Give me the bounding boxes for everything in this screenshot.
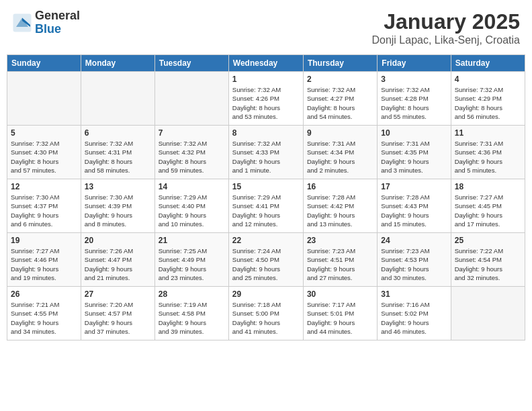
logo-general: General [35, 9, 80, 23]
calendar-day-cell: 26Sunrise: 7:21 AM Sunset: 4:55 PM Dayli… [7, 287, 81, 340]
day-number: 17 [381, 182, 447, 191]
day-info: Sunrise: 7:32 AM Sunset: 4:32 PM Dayligh… [159, 139, 225, 175]
calendar-day-cell: 30Sunrise: 7:17 AM Sunset: 5:01 PM Dayli… [303, 287, 377, 340]
calendar-day-cell [81, 72, 154, 126]
calendar-day-cell: 4Sunrise: 7:32 AM Sunset: 4:29 PM Daylig… [451, 72, 525, 126]
day-info: Sunrise: 7:23 AM Sunset: 4:51 PM Dayligh… [307, 246, 373, 282]
page-header: General Blue January 2025 Donji Lapac, L… [7, 7, 525, 49]
day-info: Sunrise: 7:31 AM Sunset: 4:35 PM Dayligh… [381, 139, 447, 175]
logo-icon [12, 13, 32, 33]
day-number: 20 [85, 236, 151, 245]
day-number: 13 [85, 182, 151, 191]
calendar-day-cell: 21Sunrise: 7:25 AM Sunset: 4:49 PM Dayli… [154, 233, 228, 287]
day-number: 15 [232, 182, 300, 191]
weekday-header-thursday: Thursday [303, 55, 377, 72]
calendar-day-cell: 19Sunrise: 7:27 AM Sunset: 4:46 PM Dayli… [7, 233, 81, 287]
day-number: 24 [381, 236, 447, 245]
day-number: 5 [11, 128, 77, 138]
day-info: Sunrise: 7:32 AM Sunset: 4:27 PM Dayligh… [307, 85, 373, 121]
day-info: Sunrise: 7:25 AM Sunset: 4:49 PM Dayligh… [159, 246, 225, 282]
calendar-day-cell: 20Sunrise: 7:26 AM Sunset: 4:47 PM Dayli… [81, 233, 154, 287]
calendar-day-cell: 11Sunrise: 7:31 AM Sunset: 4:36 PM Dayli… [451, 126, 525, 179]
month-title: January 2025 [371, 9, 520, 34]
day-info: Sunrise: 7:29 AM Sunset: 4:40 PM Dayligh… [159, 193, 225, 228]
day-info: Sunrise: 7:30 AM Sunset: 4:39 PM Dayligh… [85, 193, 151, 228]
calendar-day-cell [7, 72, 81, 126]
weekday-header-tuesday: Tuesday [154, 55, 228, 72]
day-info: Sunrise: 7:24 AM Sunset: 4:50 PM Dayligh… [232, 246, 300, 282]
day-number: 6 [85, 128, 151, 138]
day-number: 9 [307, 128, 373, 138]
day-number: 29 [232, 289, 300, 299]
calendar-day-cell: 10Sunrise: 7:31 AM Sunset: 4:35 PM Dayli… [378, 126, 451, 179]
calendar-day-cell: 27Sunrise: 7:20 AM Sunset: 4:57 PM Dayli… [81, 287, 154, 340]
calendar-week-row: 19Sunrise: 7:27 AM Sunset: 4:46 PM Dayli… [7, 233, 525, 287]
calendar-day-cell: 15Sunrise: 7:29 AM Sunset: 4:41 PM Dayli… [228, 179, 303, 233]
day-info: Sunrise: 7:27 AM Sunset: 4:46 PM Dayligh… [11, 246, 77, 282]
day-info: Sunrise: 7:19 AM Sunset: 4:58 PM Dayligh… [159, 300, 225, 336]
day-number: 12 [11, 182, 77, 191]
calendar-day-cell: 14Sunrise: 7:29 AM Sunset: 4:40 PM Dayli… [154, 179, 228, 233]
day-number: 10 [381, 128, 447, 138]
weekday-header-saturday: Saturday [451, 55, 525, 72]
day-info: Sunrise: 7:32 AM Sunset: 4:28 PM Dayligh… [381, 85, 447, 121]
day-number: 28 [159, 289, 225, 299]
day-info: Sunrise: 7:23 AM Sunset: 4:53 PM Dayligh… [381, 246, 447, 282]
weekday-header-friday: Friday [378, 55, 451, 72]
day-number: 25 [455, 236, 521, 245]
day-info: Sunrise: 7:32 AM Sunset: 4:30 PM Dayligh… [11, 139, 77, 175]
calendar-day-cell: 13Sunrise: 7:30 AM Sunset: 4:39 PM Dayli… [81, 179, 154, 233]
day-number: 8 [232, 128, 300, 138]
calendar-day-cell: 16Sunrise: 7:28 AM Sunset: 4:42 PM Dayli… [303, 179, 377, 233]
day-info: Sunrise: 7:32 AM Sunset: 4:31 PM Dayligh… [85, 139, 151, 175]
calendar-day-cell: 6Sunrise: 7:32 AM Sunset: 4:31 PM Daylig… [81, 126, 154, 179]
weekday-header-wednesday: Wednesday [228, 55, 303, 72]
calendar-day-cell: 7Sunrise: 7:32 AM Sunset: 4:32 PM Daylig… [154, 126, 228, 179]
calendar-day-cell: 23Sunrise: 7:23 AM Sunset: 4:51 PM Dayli… [303, 233, 377, 287]
logo-blue: Blue [35, 23, 80, 36]
day-number: 2 [307, 75, 373, 84]
day-number: 22 [232, 236, 300, 245]
calendar-day-cell: 3Sunrise: 7:32 AM Sunset: 4:28 PM Daylig… [378, 72, 451, 126]
weekday-header-monday: Monday [81, 55, 154, 72]
calendar-day-cell: 17Sunrise: 7:28 AM Sunset: 4:43 PM Dayli… [378, 179, 451, 233]
location: Donji Lapac, Lika-Senj, Croatia [371, 34, 520, 46]
day-info: Sunrise: 7:31 AM Sunset: 4:34 PM Dayligh… [307, 139, 373, 175]
day-info: Sunrise: 7:16 AM Sunset: 5:02 PM Dayligh… [381, 300, 447, 336]
day-number: 18 [455, 182, 521, 191]
day-number: 26 [11, 289, 77, 299]
day-info: Sunrise: 7:29 AM Sunset: 4:41 PM Dayligh… [232, 193, 300, 228]
calendar-day-cell: 2Sunrise: 7:32 AM Sunset: 4:27 PM Daylig… [303, 72, 377, 126]
day-number: 21 [159, 236, 225, 245]
calendar-table: SundayMondayTuesdayWednesdayThursdayFrid… [7, 54, 525, 340]
day-info: Sunrise: 7:20 AM Sunset: 4:57 PM Dayligh… [85, 300, 151, 336]
weekday-header-row: SundayMondayTuesdayWednesdayThursdayFrid… [7, 55, 525, 72]
day-number: 31 [381, 289, 447, 299]
title-block: January 2025 Donji Lapac, Lika-Senj, Cro… [371, 9, 520, 46]
day-number: 27 [85, 289, 151, 299]
calendar-day-cell: 5Sunrise: 7:32 AM Sunset: 4:30 PM Daylig… [7, 126, 81, 179]
weekday-header-sunday: Sunday [7, 55, 81, 72]
calendar-day-cell: 9Sunrise: 7:31 AM Sunset: 4:34 PM Daylig… [303, 126, 377, 179]
logo: General Blue [12, 9, 80, 36]
day-number: 4 [455, 75, 521, 84]
calendar-day-cell: 24Sunrise: 7:23 AM Sunset: 4:53 PM Dayli… [378, 233, 451, 287]
calendar-week-row: 26Sunrise: 7:21 AM Sunset: 4:55 PM Dayli… [7, 287, 525, 340]
calendar-week-row: 12Sunrise: 7:30 AM Sunset: 4:37 PM Dayli… [7, 179, 525, 233]
day-number: 7 [159, 128, 225, 138]
calendar-day-cell: 28Sunrise: 7:19 AM Sunset: 4:58 PM Dayli… [154, 287, 228, 340]
calendar-day-cell [154, 72, 228, 126]
calendar-day-cell: 31Sunrise: 7:16 AM Sunset: 5:02 PM Dayli… [378, 287, 451, 340]
day-info: Sunrise: 7:28 AM Sunset: 4:43 PM Dayligh… [381, 193, 447, 228]
logo-text: General Blue [35, 9, 80, 36]
calendar-day-cell: 1Sunrise: 7:32 AM Sunset: 4:26 PM Daylig… [228, 72, 303, 126]
day-info: Sunrise: 7:17 AM Sunset: 5:01 PM Dayligh… [307, 300, 373, 336]
day-info: Sunrise: 7:31 AM Sunset: 4:36 PM Dayligh… [455, 139, 521, 175]
calendar-day-cell: 12Sunrise: 7:30 AM Sunset: 4:37 PM Dayli… [7, 179, 81, 233]
day-info: Sunrise: 7:30 AM Sunset: 4:37 PM Dayligh… [11, 193, 77, 228]
day-number: 19 [11, 236, 77, 245]
day-info: Sunrise: 7:22 AM Sunset: 4:54 PM Dayligh… [455, 246, 521, 282]
day-info: Sunrise: 7:32 AM Sunset: 4:33 PM Dayligh… [232, 139, 300, 175]
day-number: 30 [307, 289, 373, 299]
calendar-day-cell: 22Sunrise: 7:24 AM Sunset: 4:50 PM Dayli… [228, 233, 303, 287]
